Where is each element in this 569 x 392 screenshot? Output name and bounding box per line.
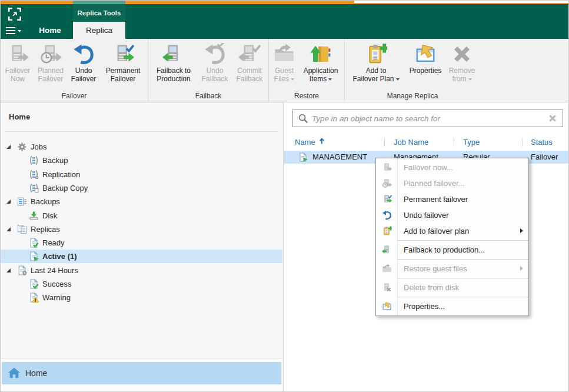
properties-icon: [382, 301, 392, 311]
tree-item-disk[interactable]: Disk: [1, 209, 282, 222]
veeam-logo-icon: [7, 6, 22, 22]
remove-from-icon: [451, 43, 473, 65]
application-items-icon: [310, 43, 332, 65]
menu-item-label: Properties...: [404, 302, 445, 311]
column-header-name[interactable]: Name: [295, 136, 325, 149]
menu-item-restore-guest-files: Restore guest files: [376, 261, 528, 277]
tree-expander-icon[interactable]: [4, 198, 12, 206]
remove-from-button: Removefrom: [445, 39, 479, 92]
ribbon-button-label: Properties: [410, 67, 442, 75]
tree-expander-icon[interactable]: [4, 143, 12, 151]
menu-item-planned-failover: Planned failover...: [376, 175, 528, 191]
menu-item-add-to-failover-plan[interactable]: Add to failover plan: [376, 223, 528, 239]
sidebar-title: Home: [9, 109, 30, 125]
ribbon-group-failover: FailoverNowPlannedFailoverUndoFailoverPe…: [1, 39, 148, 102]
sidebar-footer-home[interactable]: Home: [2, 362, 281, 384]
home-icon: [8, 367, 21, 380]
ribbon-group-label: Failback: [149, 92, 267, 102]
cell-name: MANAGEMENT: [312, 151, 367, 164]
menu-item-permanent-failover[interactable]: Permanent failover: [376, 191, 528, 207]
navigation-tree: JobsBackupReplicationBackup CopyBackupsD…: [1, 132, 282, 356]
tree-item-ready[interactable]: Ready: [1, 236, 282, 250]
tree-item-active-1[interactable]: Active (1): [1, 250, 282, 263]
tree-item-label: Jobs: [31, 142, 46, 151]
tab-home[interactable]: Home: [28, 22, 72, 39]
permanent-failover-icon: [112, 43, 134, 65]
tree-item-label: Backups: [31, 197, 60, 206]
column-header-status[interactable]: Status: [531, 136, 553, 149]
menu-item-label: Planned failover...: [404, 179, 464, 188]
tree-item-replication[interactable]: Replication: [1, 168, 282, 181]
backup-copy-job-icon: [29, 183, 39, 193]
failback-to-production-icon: [162, 43, 185, 65]
clear-search-icon[interactable]: [547, 113, 558, 124]
menu-item-delete-from-disk: Delete from disk: [376, 280, 528, 295]
last-24-hours-icon: [17, 265, 27, 275]
tree-item-label: Active (1): [42, 252, 77, 261]
undo-failover-button[interactable]: UndoFailover: [68, 39, 99, 92]
ribbon-group-restore: GuestFilesApplicationItemsRestore: [268, 39, 344, 102]
tree-item-success[interactable]: Success: [1, 277, 282, 291]
backups-icon: [17, 197, 27, 207]
dropdown-caret-icon: [291, 78, 294, 81]
menu-separator: [398, 278, 528, 278]
tree-expander-icon[interactable]: [4, 266, 12, 274]
veeam-logo-icon: [7, 6, 22, 22]
menu-item-undo-failover[interactable]: Undo failover: [376, 207, 528, 223]
properties-button[interactable]: Properties: [406, 39, 445, 92]
ribbon-button-label: Failback toProduction: [157, 67, 191, 83]
tree-item-label: Disk: [42, 211, 57, 220]
column-separator: [522, 138, 523, 147]
ribbon: FailoverNowPlannedFailoverUndoFailoverPe…: [1, 39, 568, 102]
undo-failover-icon: [382, 210, 392, 220]
tree-item-backup-copy[interactable]: Backup Copy: [1, 181, 282, 195]
add-to-failover-plan-button[interactable]: Add toFailover Plan: [346, 39, 406, 92]
menu-item-properties[interactable]: Properties...: [376, 298, 528, 314]
main-menu-button[interactable]: [6, 27, 21, 35]
menu-item-label: Permanent failover: [404, 195, 468, 204]
hamburger-icon: [6, 27, 15, 28]
table-header: NameJob NameTypeStatus: [284, 136, 568, 149]
tree-item-backups[interactable]: Backups: [1, 195, 282, 208]
tree-expander-icon[interactable]: [4, 225, 12, 233]
search-input[interactable]: [312, 114, 547, 123]
sort-ascending-icon: [318, 138, 325, 145]
planned-failover-button: PlannedFailover: [34, 39, 68, 92]
ribbon-group-failback: Failback toProductionUndoFailbackCommitF…: [148, 39, 268, 102]
undo-failback-button: UndoFailback: [198, 39, 232, 92]
ribbon-group-label: Restore: [270, 92, 343, 102]
menu-item-failback-to-production[interactable]: Failback to production...: [376, 242, 528, 258]
menu-item-label: Restore guest files: [404, 264, 467, 273]
tree-item-last-24-hours[interactable]: Last 24 Hours: [1, 264, 282, 277]
failback-to-production-button[interactable]: Failback toProduction: [149, 39, 198, 92]
veeam-window: Home Replica Tools Replica FailoverNowPl…: [0, 0, 569, 392]
tree-item-jobs[interactable]: Jobs: [1, 140, 282, 154]
ribbon-group-manage-replica: Add toFailover PlanPropertiesRemovefromM…: [344, 39, 480, 102]
search-icon: [298, 113, 308, 124]
properties-icon: [414, 43, 437, 65]
planned-failover-icon: [382, 178, 392, 188]
column-header-job-name[interactable]: Job Name: [394, 136, 428, 149]
permanent-failover-button[interactable]: PermanentFailover: [99, 39, 147, 92]
ribbon-button-label: UndoFailover: [71, 67, 97, 83]
guest-files-button: GuestFiles: [270, 39, 298, 92]
guest-files-icon: [382, 264, 392, 274]
tree-item-replicas[interactable]: Replicas: [1, 222, 282, 236]
ribbon-button-label: UndoFailback: [202, 67, 228, 83]
permanent-failover-icon: [382, 194, 392, 204]
menu-item-label: Failover now...: [404, 163, 453, 172]
tab-replica[interactable]: Replica: [73, 22, 125, 39]
tree-item-label: Last 24 Hours: [31, 266, 78, 275]
ribbon-button-label: FailoverNow: [5, 67, 31, 83]
menu-item-label: Add to failover plan: [404, 227, 469, 235]
ribbon-button-label: ApplicationItems: [304, 67, 338, 83]
submenu-arrow-icon: [520, 266, 523, 271]
tree-item-warning[interactable]: Warning: [1, 291, 282, 304]
sidebar-footer-home-label: Home: [25, 368, 47, 378]
column-separator: [454, 138, 454, 147]
column-header-type[interactable]: Type: [463, 136, 480, 149]
clear-search-icon: [547, 113, 558, 124]
tree-item-backup[interactable]: Backup: [1, 154, 282, 167]
menu-item-label: Failback to production...: [404, 245, 485, 254]
application-items-button[interactable]: ApplicationItems: [298, 39, 343, 92]
